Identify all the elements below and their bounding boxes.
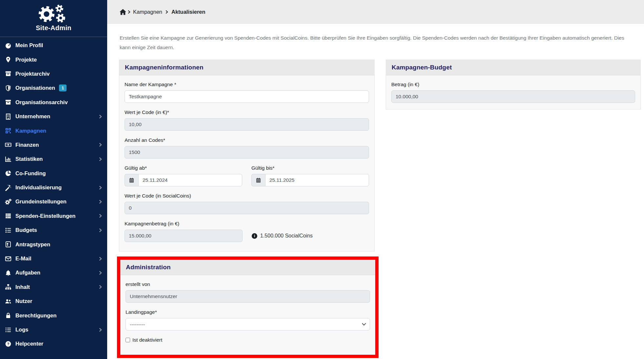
coins-per-code-input (125, 202, 369, 214)
notification-badge: 1 (59, 85, 67, 91)
chevron-right-icon (99, 200, 102, 204)
rows-icon (4, 213, 12, 219)
sidebar-item-label: Helpcenter (15, 341, 43, 347)
sidebar-item-individualisierung[interactable]: Individualisierung (0, 180, 107, 195)
sidebar-item-spenden-einstellungen[interactable]: Spenden-Einstellungen (0, 209, 107, 223)
main-content: Kampagnen Aktualisieren Erstellen Sie ei… (107, 0, 644, 359)
code-count-input (125, 146, 369, 159)
chevron-right-icon (166, 10, 168, 14)
campaign-amount-label: Kampagnenbetrag (in €) (125, 221, 369, 227)
valid-from-label: Gültig ab* (125, 165, 242, 171)
value-per-code-input (125, 118, 369, 131)
shield-icon (4, 85, 12, 91)
sidebar-item-organisationen[interactable]: Organisationen1 (0, 81, 107, 95)
sidebar-item-organisationsarchiv[interactable]: Organisationsarchiv (0, 95, 107, 109)
sidebar-item-budgets[interactable]: Budgets (0, 223, 107, 237)
landingpage-select[interactable]: --------- (126, 318, 370, 331)
sidebar-item-co-funding[interactable]: Co-Funding (0, 166, 107, 180)
field-value-per-code: Wert je Code (in €)* (125, 109, 369, 131)
chevron-right-icon (99, 115, 102, 119)
code-count-label: Anzahl an Codes* (125, 137, 369, 143)
building-icon (4, 113, 12, 120)
magic-wand-icon (4, 184, 12, 191)
map-marker-icon (4, 56, 12, 63)
sidebar-item-label: Grundeinstellungen (15, 198, 67, 205)
campaign-budget-panel: Kampagnen-Budget Betrag (in €) (386, 60, 641, 109)
panel-title: Kampagneninformationen (119, 60, 374, 75)
sidebar-item-label: Projekte (15, 57, 37, 63)
document-pin-icon (4, 241, 12, 248)
created-by-label: erstellt von (126, 281, 370, 287)
chevron-right-icon (99, 271, 102, 275)
sidebar-item-label: Mein Profil (15, 42, 43, 48)
socialcoins-info: i 1.500.000 SocialCoins (252, 233, 313, 239)
valid-to-input[interactable] (265, 174, 369, 186)
chevron-right-icon (99, 143, 102, 147)
sidebar-item-mein-profil[interactable]: Mein Profil (0, 38, 107, 52)
sidebar-item-aufgaben[interactable]: Aufgaben (0, 266, 107, 280)
field-coins-per-code: Wert je Code (in SocialCoins) (125, 193, 369, 214)
gears-logo-icon (37, 4, 71, 24)
envelope-icon (4, 255, 12, 262)
sidebar-item-logs[interactable]: Logs (0, 323, 107, 337)
sidebar-item-projektarchiv[interactable]: Projektarchiv (0, 67, 107, 81)
campaign-name-input[interactable] (125, 90, 369, 103)
coins-per-code-label: Wert je Code (in SocialCoins) (125, 193, 369, 199)
sidebar-item-antragstypen[interactable]: Antragstypen (0, 237, 107, 251)
question-circle-icon: ? (4, 341, 12, 347)
sidebar-item-grundeinstellungen[interactable]: Grundeinstellungen (0, 195, 107, 209)
chevron-right-icon (128, 10, 130, 14)
money-bill-icon (4, 142, 12, 148)
sidebar-item-label: Nutzer (15, 298, 32, 304)
chevron-right-icon (99, 257, 102, 261)
task-list-icon (4, 227, 12, 234)
sidebar-item-kampagnen[interactable]: Kampagnen (0, 123, 107, 138)
is-disabled-checkbox[interactable] (126, 338, 130, 342)
landingpage-label: Landingpage* (126, 309, 370, 315)
intro-text: Erstellen Sie eine Kampagne zur Generier… (120, 33, 635, 52)
is-disabled-label[interactable]: Ist deaktiviert (132, 337, 162, 343)
sidebar-item-label: Co-Funding (15, 170, 46, 177)
field-valid-to: Gültig bis* (251, 165, 369, 186)
field-valid-from: Gültig ab* (125, 165, 242, 186)
highlight-annotation: Administration erstellt von Landingpage*… (117, 256, 379, 358)
sidebar-item-statistiken[interactable]: Statistiken (0, 152, 107, 166)
breadcrumb: Kampagnen Aktualisieren (107, 0, 644, 24)
chevron-right-icon (99, 157, 102, 161)
administration-panel: Administration erstellt von Landingpage*… (120, 260, 375, 355)
sidebar-item-e-mail[interactable]: E-Mail (0, 252, 107, 266)
field-campaign-name: Name der Kampagne * (125, 82, 369, 103)
field-validity-dates: Gültig ab* Gültig bis* (125, 165, 369, 186)
sidebar-item-label: Inhalt (15, 284, 30, 290)
sidebar-item-nutzer[interactable]: Nutzer (0, 294, 107, 308)
chart-bar-icon (4, 156, 12, 162)
sidebar-item-berechtigungen[interactable]: Berechtigungen (0, 308, 107, 322)
bell-icon (4, 270, 12, 276)
calendar-icon (125, 174, 138, 186)
sidebar-item-inhalt[interactable]: Inhalt (0, 280, 107, 294)
archive-icon (4, 70, 12, 77)
sidebar-item-label: Aufgaben (15, 270, 40, 276)
valid-from-input[interactable] (138, 174, 242, 186)
panel-body: Name der Kampagne * Wert je Code (in €)*… (119, 75, 374, 248)
sidebar-item-unternehmen[interactable]: Unternehmen (0, 109, 107, 123)
panel-body: erstellt von Landingpage* --------- (120, 275, 375, 349)
sidebar-item-helpcenter[interactable]: ?Helpcenter (0, 337, 107, 351)
chevron-right-icon (99, 228, 102, 232)
field-landingpage: Landingpage* --------- (126, 309, 370, 331)
campaign-name-label: Name der Kampagne * (125, 82, 369, 87)
sidebar-item-projekte[interactable]: Projekte (0, 52, 107, 66)
field-campaign-amount: Kampagnenbetrag (in €) i 1.500.000 Socia… (125, 221, 369, 242)
sidebar-item-finanzen[interactable]: Finanzen (0, 138, 107, 152)
sidebar-menu: Mein ProfilProjekteProjektarchivOrganisa… (0, 38, 107, 351)
users-icon (4, 298, 12, 305)
app-title: Site-Admin (0, 24, 107, 32)
panel-title: Kampagnen-Budget (386, 60, 640, 75)
sidebar: Site-Admin Mein ProfilProjekteProjektarc… (0, 0, 107, 359)
sitemap-icon (4, 284, 12, 290)
home-icon[interactable] (120, 9, 126, 15)
field-budget-amount: Betrag (in €) (391, 82, 635, 103)
breadcrumb-link-kampagnen[interactable]: Kampagnen (133, 9, 162, 15)
sidebar-item-label: Logs (15, 327, 28, 333)
info-circle-icon: i (252, 233, 257, 239)
